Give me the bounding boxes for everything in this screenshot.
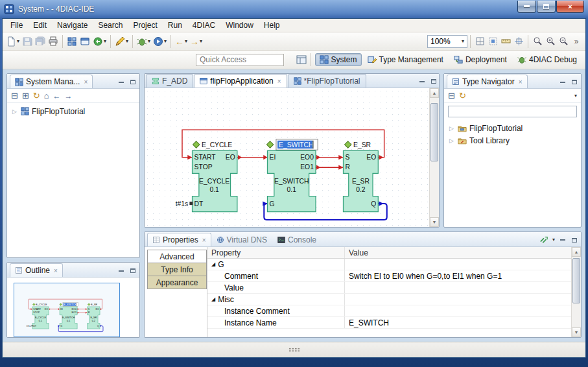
minimize-view-button[interactable] [117, 78, 125, 86]
port-label[interactable]: EO [226, 154, 235, 161]
fb-e-switch[interactable]: E_SWITCH EI EO0 EO1 E_SWITCH [266, 139, 318, 212]
sash-handle[interactable] [288, 348, 300, 352]
debug-launch-button[interactable]: ▾ [135, 34, 152, 49]
back-button[interactable]: ←▾ [174, 34, 189, 49]
outline-viewport[interactable] [14, 283, 120, 337]
forward-nav-button[interactable]: → [65, 92, 73, 100]
tree-item-flipfloptutorial[interactable]: ▷ FlipFlopTutorial [8, 105, 138, 117]
property-value[interactable] [345, 259, 571, 270]
port-label[interactable]: EO1 [300, 163, 314, 171]
link-with-editor-icon[interactable] [539, 236, 548, 244]
scroll-down-button[interactable]: ▼ [572, 327, 581, 337]
save-all-button[interactable] [34, 34, 47, 49]
expand-all-button[interactable]: ⊞ [22, 91, 29, 100]
property-value[interactable]: Switch EI to EI0 when G=0,to EI1 when G=… [345, 270, 571, 281]
port-label[interactable]: R [346, 163, 350, 171]
zoom-fit-button[interactable] [531, 34, 544, 49]
perspective-system[interactable]: System [315, 53, 362, 66]
properties-vertical-scrollbar[interactable]: ▲ ▼ [571, 247, 581, 337]
connection-paint-button[interactable]: ▾ [113, 34, 130, 49]
port-label[interactable]: START [194, 154, 217, 161]
print-button[interactable] [47, 34, 60, 49]
property-row-instance-name[interactable]: Instance Name E_SWITCH [207, 317, 571, 329]
toolbar-overflow-button[interactable]: » [570, 34, 583, 49]
maximize-view-button[interactable] [570, 237, 578, 244]
menu-search[interactable]: Search [93, 19, 128, 31]
save-button[interactable] [21, 34, 34, 49]
scroll-thumb[interactable] [572, 258, 580, 303]
scroll-track[interactable] [572, 257, 581, 327]
minimize-view-button[interactable] [558, 237, 567, 244]
new-wizard-button[interactable]: ▾ [5, 34, 21, 49]
tab-system-management[interactable]: System Mana... × [10, 75, 93, 88]
menu-edit[interactable]: Edit [28, 19, 52, 31]
minimize-view-button[interactable] [558, 78, 567, 86]
editor-vertical-scrollbar[interactable]: ▲ ▼ [429, 88, 439, 227]
maximize-view-button[interactable] [570, 78, 578, 86]
scroll-thumb[interactable] [430, 103, 438, 161]
port-label[interactable]: EO [366, 154, 376, 161]
group-expanded-icon[interactable]: ◢ [211, 261, 215, 267]
side-tab-advanced[interactable]: Advanced [147, 250, 207, 263]
property-value[interactable] [345, 294, 571, 305]
property-row-misc[interactable]: ◢Misc [207, 294, 571, 305]
scroll-track[interactable] [430, 98, 439, 217]
collapse-all-button[interactable]: ⊟ [11, 91, 18, 100]
home-button[interactable]: ⌂ [44, 91, 49, 100]
port-label[interactable]: EI [270, 154, 276, 161]
menu-window[interactable]: Window [220, 19, 259, 31]
close-view-icon[interactable]: × [84, 78, 88, 86]
side-tab-appearance[interactable]: Appearance [147, 276, 207, 289]
minimize-button[interactable] [517, 1, 536, 13]
editor-tab-flipfloptutorial[interactable]: *FlipFlopTutorial [288, 74, 366, 88]
fb-e-sr[interactable]: E_SR S R EO E_SR 0.2 Q [343, 141, 378, 212]
perspective-4diac-debug[interactable]: 4DIAC Debug [513, 53, 582, 66]
tab-type-navigator[interactable]: Type Navigator × [447, 75, 528, 88]
forward-button[interactable]: →▾ [189, 34, 204, 49]
fb-e-cycle[interactable]: E_CYCLE START STOP EO E_CYCLE 0.1 t#1s [176, 141, 237, 212]
menu-help[interactable]: Help [259, 19, 285, 31]
column-header-value[interactable]: Value [345, 247, 571, 258]
property-value[interactable]: E_SWITCH [345, 317, 571, 328]
property-row-value[interactable]: Value [207, 282, 571, 294]
type-filter-input[interactable] [448, 106, 577, 117]
open-perspective-button[interactable] [295, 53, 308, 67]
ruler-toggle-button[interactable] [499, 34, 512, 49]
quick-access-input[interactable] [196, 54, 284, 66]
editor-tab-f-add[interactable]: F_ADD [146, 74, 193, 88]
scroll-up-button[interactable]: ▲ [572, 247, 581, 257]
zoom-in-button[interactable] [544, 34, 557, 49]
tree-item-flipfloptutorial-project[interactable]: ▷ FlipFlopTutorial [445, 122, 580, 134]
view-menu-icon[interactable]: ▾ [552, 237, 555, 243]
fb-rename-input[interactable]: E_SWITCH [276, 139, 318, 150]
refresh-button[interactable]: ↻ [459, 91, 466, 100]
snap-to-grid-button[interactable] [486, 34, 499, 49]
dt-value-label[interactable]: t#1s [176, 200, 189, 207]
zoom-out-button[interactable] [557, 34, 570, 49]
guides-toggle-button[interactable] [512, 34, 525, 49]
expand-arrow-icon[interactable]: ▷ [449, 125, 455, 132]
back-nav-button[interactable]: ← [53, 92, 61, 100]
minimize-editor-button[interactable] [417, 78, 426, 85]
expand-arrow-icon[interactable]: ▷ [12, 108, 18, 115]
menu-project[interactable]: Project [128, 19, 162, 31]
maximize-view-button[interactable] [128, 267, 137, 274]
scroll-down-button[interactable]: ▼ [430, 217, 439, 227]
minimize-view-button[interactable] [117, 267, 125, 274]
close-view-icon[interactable]: × [202, 237, 206, 244]
zoom-combo[interactable]: 100%▾ [427, 35, 467, 48]
refresh-types-button[interactable]: ▾ [91, 34, 108, 49]
menu-4diac[interactable]: 4DIAC [187, 19, 220, 31]
port-label[interactable]: Q [371, 200, 376, 207]
new-system-button[interactable] [65, 34, 78, 49]
property-row-comment[interactable]: Comment Switch EI to EI0 when G=0,to EI1… [207, 270, 571, 282]
collapse-all-button[interactable]: ⊟ [448, 91, 455, 100]
fb-instance-name[interactable]: E_SR [353, 141, 371, 148]
port-label[interactable]: EO0 [300, 154, 314, 161]
close-tab-icon[interactable]: × [277, 78, 281, 85]
fbd-editor-canvas[interactable]: E_CYCLE START STOP EO E_CYCLE 0.1 t#1s [145, 88, 429, 227]
port-label[interactable]: S [346, 154, 350, 161]
tab-virtual-dns[interactable]: Virtual DNS [211, 233, 272, 246]
menu-run[interactable]: Run [163, 19, 187, 31]
new-application-button[interactable] [78, 34, 91, 49]
